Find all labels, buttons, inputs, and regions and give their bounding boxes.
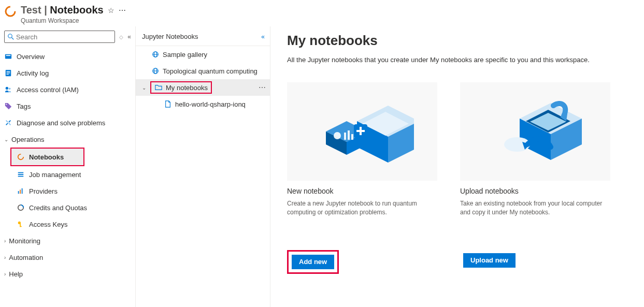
main-content: My notebooks All the Jupyter notebooks t…	[270, 26, 644, 307]
tree-label: Sample gallery	[163, 51, 207, 59]
collapse-sidebar-icon[interactable]: «	[127, 33, 131, 40]
workspace-logo-icon	[4, 5, 17, 18]
svg-rect-17	[20, 189, 21, 194]
tree-item-more-icon[interactable]: ⋯	[259, 83, 266, 92]
globe-icon	[151, 50, 160, 59]
svg-rect-8	[7, 74, 9, 75]
credits-icon	[17, 203, 25, 212]
globe-icon	[151, 67, 160, 75]
svg-point-11	[6, 104, 7, 105]
nav-overview[interactable]: Overview	[0, 48, 135, 65]
nav-label: Access control (IAM)	[17, 86, 79, 94]
chevron-right-icon: ›	[4, 238, 6, 244]
svg-point-1	[8, 34, 12, 38]
svg-rect-18	[22, 188, 23, 194]
svg-rect-39	[351, 134, 353, 140]
svg-rect-3	[5, 54, 11, 59]
workspace-type-label: Quantum Workspace	[21, 17, 126, 24]
diagnose-icon	[4, 119, 12, 127]
upload-new-button[interactable]: Upload new	[463, 253, 516, 268]
nav-section-automation[interactable]: › Automation	[0, 249, 135, 266]
tree-my-notebooks[interactable]: ⌄ My notebooks ⋯	[136, 79, 270, 96]
section-label: Operations	[11, 136, 45, 143]
tree-topological[interactable]: Topological quantum computing	[136, 63, 270, 79]
filter-icon[interactable]: ◇	[119, 34, 123, 40]
providers-icon	[17, 187, 25, 195]
favorite-star-icon[interactable]: ☆	[108, 6, 115, 14]
collapse-tree-icon[interactable]: «	[261, 33, 265, 40]
svg-rect-37	[344, 133, 346, 140]
card-text: Create a new Jupyter notebook to run qua…	[287, 199, 437, 217]
search-icon	[8, 34, 14, 40]
search-input[interactable]	[16, 33, 111, 41]
chevron-down-icon: ⌄	[4, 137, 8, 142]
nav-diagnose[interactable]: Diagnose and solve problems	[0, 114, 135, 131]
resource-nav-sidebar: ◇ « Overview Activity log Access control…	[0, 26, 136, 307]
svg-rect-13	[18, 172, 24, 173]
svg-rect-38	[348, 130, 350, 140]
nav-label: Activity log	[17, 69, 49, 77]
card-upload-notebooks: Upload notebooks Take an existing notebo…	[460, 82, 610, 274]
svg-rect-16	[18, 191, 19, 194]
file-icon	[164, 100, 172, 108]
card-new-notebook: New notebook Create a new Jupyter notebo…	[287, 82, 437, 274]
chevron-right-icon: ›	[4, 271, 6, 277]
svg-point-0	[6, 7, 15, 16]
overview-icon	[4, 52, 12, 61]
section-label: Automation	[9, 254, 43, 261]
highlight-my-notebooks: My notebooks	[150, 81, 212, 94]
folder-icon	[154, 83, 163, 92]
tags-icon	[4, 102, 12, 110]
card-title: Upload notebooks	[460, 187, 610, 195]
svg-rect-14	[18, 174, 24, 175]
page-header: Test | Notebooks ☆ ⋯ Quantum Workspace	[0, 0, 644, 26]
chevron-down-icon: ⌄	[142, 85, 147, 91]
nav-label: Diagnose and solve problems	[17, 119, 105, 127]
highlight-add-new-button: Add new	[287, 250, 339, 274]
new-notebook-illustration	[287, 82, 437, 181]
svg-rect-22	[20, 226, 22, 227]
nav-access-keys[interactable]: Access Keys	[0, 216, 135, 232]
tree-label: Topological quantum computing	[163, 67, 257, 75]
search-input-wrapper[interactable]	[4, 31, 115, 43]
tree-label: My notebooks	[166, 84, 208, 92]
nav-providers[interactable]: Providers	[0, 183, 135, 199]
nav-section-monitoring[interactable]: › Monitoring	[0, 232, 135, 249]
tree-sample-gallery[interactable]: Sample gallery	[136, 46, 270, 63]
page-description: All the Jupyter notebooks that you creat…	[287, 56, 636, 64]
nav-label: Credits and Quotas	[29, 204, 87, 212]
svg-point-12	[18, 154, 24, 160]
svg-rect-4	[6, 55, 11, 56]
nav-label: Tags	[17, 103, 31, 110]
nav-section-operations[interactable]: ⌄ Operations	[0, 131, 135, 148]
svg-rect-7	[7, 72, 10, 73]
nav-label: Notebooks	[29, 153, 64, 161]
nav-label: Job management	[29, 171, 81, 179]
section-label: Monitoring	[9, 237, 40, 245]
upload-notebooks-illustration	[460, 82, 610, 181]
nav-label: Providers	[29, 187, 58, 195]
iam-icon	[4, 85, 12, 94]
svg-point-36	[334, 132, 341, 139]
card-title: New notebook	[287, 187, 437, 195]
svg-point-9	[6, 87, 8, 90]
svg-point-10	[9, 88, 11, 90]
notebooks-icon	[17, 153, 25, 161]
nav-credits-quotas[interactable]: Credits and Quotas	[0, 199, 135, 216]
nav-tags[interactable]: Tags	[0, 98, 135, 114]
highlight-notebooks-nav: Notebooks	[10, 148, 84, 166]
nav-section-help[interactable]: › Help	[0, 266, 135, 282]
keys-icon	[17, 220, 25, 228]
more-actions-icon[interactable]: ⋯	[119, 6, 126, 14]
tree-file-hello-world[interactable]: hello-world-qsharp-ionq	[136, 96, 270, 112]
notebook-tree-panel: Jupyter Notebooks « Sample gallery Topol…	[136, 26, 270, 307]
nav-notebooks[interactable]: Notebooks	[11, 149, 83, 165]
svg-rect-15	[18, 176, 24, 177]
nav-job-management[interactable]: Job management	[0, 166, 135, 183]
nav-access-control[interactable]: Access control (IAM)	[0, 81, 135, 98]
card-text: Take an existing notebook from your loca…	[460, 199, 610, 217]
tree-header-label: Jupyter Notebooks	[142, 33, 198, 40]
nav-label: Access Keys	[29, 221, 67, 228]
add-new-button[interactable]: Add new	[292, 255, 334, 269]
nav-activity-log[interactable]: Activity log	[0, 65, 135, 81]
